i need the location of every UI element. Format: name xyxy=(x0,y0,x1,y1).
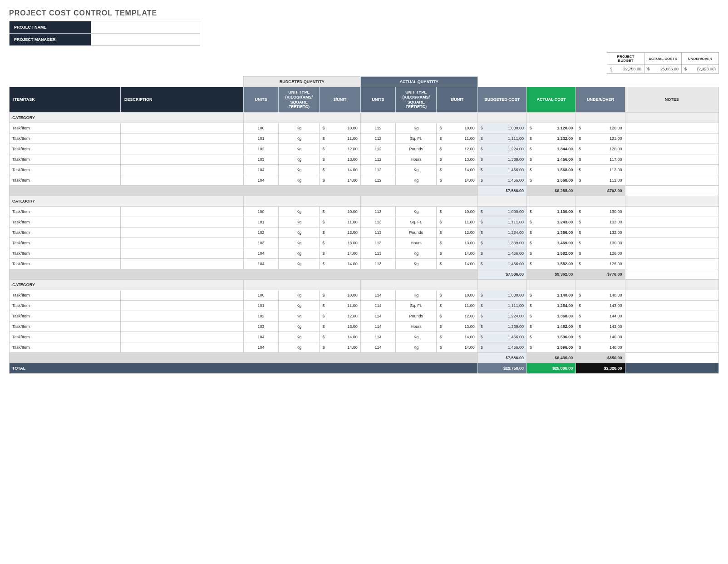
item-name[interactable]: Task/Item xyxy=(10,248,121,259)
act-per-unit[interactable]: $10.00 xyxy=(437,123,477,134)
item-desc[interactable] xyxy=(121,290,244,301)
bud-unit-type[interactable]: Kg xyxy=(279,342,320,353)
act-per-unit[interactable]: $10.00 xyxy=(437,207,477,217)
act-units[interactable]: 112 xyxy=(360,154,395,165)
act-units[interactable]: 113 xyxy=(360,259,395,269)
notes[interactable] xyxy=(625,311,718,322)
bud-unit-type[interactable]: Kg xyxy=(279,123,320,134)
table-row[interactable]: Task/Item103Kg$13.00114Hours$13.00$1,339… xyxy=(10,322,719,332)
item-name[interactable]: Task/Item xyxy=(10,259,121,269)
bud-per-unit[interactable]: $14.00 xyxy=(320,332,360,342)
act-per-unit[interactable]: $14.00 xyxy=(437,332,477,342)
notes[interactable] xyxy=(625,342,718,353)
item-desc[interactable] xyxy=(121,332,244,342)
act-per-unit[interactable]: $14.00 xyxy=(437,165,477,175)
notes[interactable] xyxy=(625,154,718,165)
bud-unit-type[interactable]: Kg xyxy=(279,134,320,144)
item-name[interactable]: Task/Item xyxy=(10,332,121,342)
act-units[interactable]: 112 xyxy=(360,165,395,175)
table-row[interactable]: Task/Item102Kg$12.00114Pounds$12.00$1,22… xyxy=(10,311,719,322)
bud-units[interactable]: 104 xyxy=(243,248,278,259)
bud-unit-type[interactable]: Kg xyxy=(279,259,320,269)
item-name[interactable]: Task/Item xyxy=(10,228,121,238)
item-desc[interactable] xyxy=(121,311,244,322)
act-units[interactable]: 112 xyxy=(360,144,395,154)
item-desc[interactable] xyxy=(121,238,244,248)
act-per-unit[interactable]: $13.00 xyxy=(437,322,477,332)
act-per-unit[interactable]: $14.00 xyxy=(437,259,477,269)
table-row[interactable]: Task/Item101Kg$11.00114Sq. Ft.$11.00$1,1… xyxy=(10,301,719,311)
act-per-unit[interactable]: $14.00 xyxy=(437,175,477,186)
item-desc[interactable] xyxy=(121,322,244,332)
bud-per-unit[interactable]: $11.00 xyxy=(320,301,360,311)
bud-unit-type[interactable]: Kg xyxy=(279,175,320,186)
notes[interactable] xyxy=(625,332,718,342)
bud-units[interactable]: 104 xyxy=(243,165,278,175)
item-name[interactable]: Task/Item xyxy=(10,217,121,228)
item-name[interactable]: Task/Item xyxy=(10,134,121,144)
bud-units[interactable]: 100 xyxy=(243,123,278,134)
item-name[interactable]: Task/Item xyxy=(10,322,121,332)
item-desc[interactable] xyxy=(121,342,244,353)
notes[interactable] xyxy=(625,301,718,311)
act-unit-type[interactable]: Kg xyxy=(396,332,437,342)
bud-units[interactable]: 102 xyxy=(243,311,278,322)
item-desc[interactable] xyxy=(121,134,244,144)
bud-per-unit[interactable]: $10.00 xyxy=(320,207,360,217)
table-row[interactable]: Task/Item104Kg$14.00114Kg$14.00$1,456.00… xyxy=(10,332,719,342)
notes[interactable] xyxy=(625,238,718,248)
bud-per-unit[interactable]: $10.00 xyxy=(320,290,360,301)
notes[interactable] xyxy=(625,134,718,144)
act-units[interactable]: 114 xyxy=(360,290,395,301)
act-unit-type[interactable]: Hours xyxy=(396,322,437,332)
item-desc[interactable] xyxy=(121,207,244,217)
notes[interactable] xyxy=(625,217,718,228)
act-per-unit[interactable]: $13.00 xyxy=(437,154,477,165)
act-units[interactable]: 113 xyxy=(360,207,395,217)
item-name[interactable]: Task/Item xyxy=(10,165,121,175)
notes[interactable] xyxy=(625,175,718,186)
bud-units[interactable]: 102 xyxy=(243,228,278,238)
bud-unit-type[interactable]: Kg xyxy=(279,154,320,165)
item-name[interactable]: Task/Item xyxy=(10,238,121,248)
item-name[interactable]: Task/Item xyxy=(10,123,121,134)
bud-unit-type[interactable]: Kg xyxy=(279,228,320,238)
act-unit-type[interactable]: Kg xyxy=(396,259,437,269)
notes[interactable] xyxy=(625,259,718,269)
act-unit-type[interactable]: Kg xyxy=(396,123,437,134)
bud-per-unit[interactable]: $13.00 xyxy=(320,238,360,248)
item-name[interactable]: Task/Item xyxy=(10,144,121,154)
bud-unit-type[interactable]: Kg xyxy=(279,217,320,228)
bud-units[interactable]: 100 xyxy=(243,290,278,301)
act-per-unit[interactable]: $13.00 xyxy=(437,238,477,248)
notes[interactable] xyxy=(625,322,718,332)
act-per-unit[interactable]: $12.00 xyxy=(437,228,477,238)
act-per-unit[interactable]: $12.00 xyxy=(437,144,477,154)
item-name[interactable]: Task/Item xyxy=(10,290,121,301)
bud-per-unit[interactable]: $13.00 xyxy=(320,322,360,332)
item-desc[interactable] xyxy=(121,228,244,238)
bud-units[interactable]: 101 xyxy=(243,134,278,144)
act-unit-type[interactable]: Sq. Ft. xyxy=(396,301,437,311)
bud-unit-type[interactable]: Kg xyxy=(279,332,320,342)
table-row[interactable]: Task/Item102Kg$12.00113Pounds$12.00$1,22… xyxy=(10,228,719,238)
notes[interactable] xyxy=(625,144,718,154)
item-desc[interactable] xyxy=(121,175,244,186)
table-row[interactable]: Task/Item104Kg$14.00113Kg$14.00$1,456.00… xyxy=(10,248,719,259)
bud-per-unit[interactable]: $13.00 xyxy=(320,154,360,165)
item-desc[interactable] xyxy=(121,259,244,269)
act-unit-type[interactable]: Hours xyxy=(396,238,437,248)
act-units[interactable]: 112 xyxy=(360,134,395,144)
bud-per-unit[interactable]: $14.00 xyxy=(320,259,360,269)
table-row[interactable]: Task/Item104Kg$14.00112Kg$14.00$1,456.00… xyxy=(10,175,719,186)
bud-units[interactable]: 101 xyxy=(243,301,278,311)
table-row[interactable]: Task/Item104Kg$14.00112Kg$14.00$1,456.00… xyxy=(10,165,719,175)
table-row[interactable]: Task/Item100Kg$10.00113Kg$10.00$1,000.00… xyxy=(10,207,719,217)
notes[interactable] xyxy=(625,290,718,301)
bud-unit-type[interactable]: Kg xyxy=(279,144,320,154)
item-name[interactable]: Task/Item xyxy=(10,207,121,217)
bud-per-unit[interactable]: $11.00 xyxy=(320,134,360,144)
bud-unit-type[interactable]: Kg xyxy=(279,290,320,301)
bud-units[interactable]: 104 xyxy=(243,175,278,186)
table-row[interactable]: Task/Item101Kg$11.00112Sq. Ft.$11.00$1,1… xyxy=(10,134,719,144)
